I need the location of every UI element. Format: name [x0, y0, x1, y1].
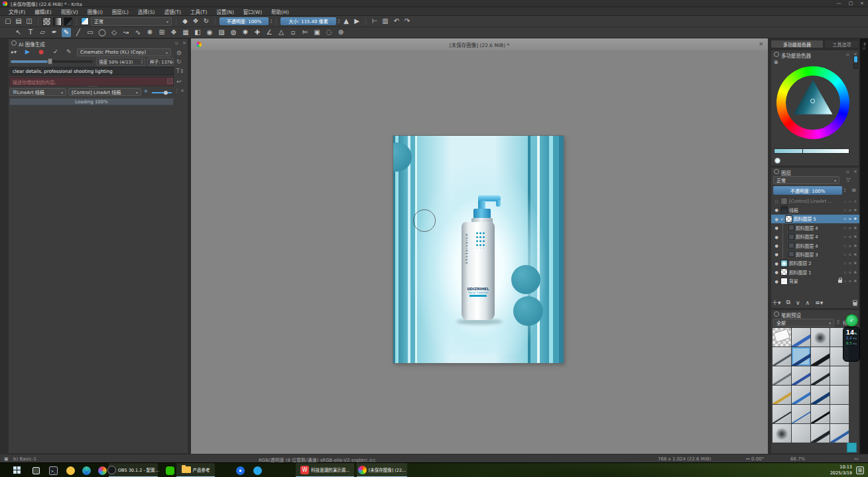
gradient-chooser[interactable]: [53, 17, 62, 26]
history-back-icon[interactable]: ↩: [176, 78, 182, 85]
strength-slider[interactable]: [11, 60, 93, 63]
visibility-on-icon[interactable]: ●: [774, 243, 779, 248]
layer-blend-mode-combo[interactable]: 正常▾: [773, 176, 839, 184]
brush-filter-combo[interactable]: 全部▾: [773, 319, 834, 327]
text-expand-icon[interactable]: T↕: [176, 68, 184, 74]
brush-preset-13[interactable]: [792, 386, 810, 404]
brush-preset-8[interactable]: [773, 366, 791, 385]
layer-properties-button[interactable]: ≡▾: [815, 299, 823, 306]
menu-item-9[interactable]: 窗口(W): [239, 8, 267, 15]
color-sampler-tool[interactable]: ◉: [205, 28, 214, 37]
layer-list-menu-icon[interactable]: ≡: [851, 187, 857, 193]
enclose-fill-tool[interactable]: ✱: [241, 28, 250, 37]
assistants-tool[interactable]: △: [277, 28, 286, 37]
pattern-tool[interactable]: ▨: [217, 28, 226, 37]
mirror-horizontal-icon[interactable]: ▲: [341, 17, 351, 26]
wechat-icon[interactable]: [162, 463, 178, 477]
visibility-off-icon[interactable]: ○: [774, 199, 779, 203]
duplicate-layer-button[interactable]: ⧉: [786, 299, 790, 306]
control-menu-icon[interactable]: ⋮: [174, 88, 179, 93]
ai-settings-gear-icon[interactable]: ⚙: [176, 50, 182, 56]
menu-item-1[interactable]: 编辑(E): [30, 8, 56, 15]
layer-row-2[interactable]: ●✓颜料图层 5▫ α ✱: [771, 215, 859, 223]
preserve-alpha-icon[interactable]: ❖: [191, 17, 200, 26]
crop-tool[interactable]: ▦: [181, 28, 190, 37]
layer-row-icons[interactable]: ▫ α ✱: [844, 199, 859, 203]
chat-app-icon[interactable]: [249, 463, 265, 477]
text-tool[interactable]: T: [26, 28, 35, 37]
brush-preset-18[interactable]: [811, 405, 830, 423]
similar-select-tool[interactable]: ▣: [312, 28, 322, 37]
close-docker-icon[interactable]: ×: [182, 40, 186, 46]
generate-button[interactable]: ▶: [25, 48, 30, 55]
network-monitor-widget[interactable]: 14% 1.2 K/s 8.5 K/s: [843, 327, 860, 362]
randomize-seed-icon[interactable]: ↻: [176, 58, 182, 65]
minimize-button[interactable]: —: [834, 1, 844, 6]
polyline-tool[interactable]: ↝: [121, 28, 131, 37]
task-view-button[interactable]: [28, 463, 44, 477]
move-layer-up-button[interactable]: ∧: [806, 299, 810, 306]
visibility-on-icon[interactable]: ●: [774, 235, 779, 239]
visibility-on-icon[interactable]: ●: [774, 261, 779, 266]
menu-item-3[interactable]: 图像(I): [83, 8, 107, 15]
layer-row-icons[interactable]: ▫ α ✱: [844, 208, 859, 212]
float-docker-icon[interactable]: ▫: [846, 52, 849, 57]
brush-preset-21[interactable]: [792, 424, 810, 443]
start-button[interactable]: [9, 463, 25, 477]
menu-item-8[interactable]: 设置(N): [212, 8, 238, 15]
smart-patch-tool[interactable]: ✚: [253, 28, 262, 37]
layer-row-icons[interactable]: ▫ α ✱: [844, 244, 859, 248]
current-color-chip[interactable]: [847, 443, 857, 452]
measure-tool[interactable]: ∠: [265, 28, 274, 37]
view-mode-icon[interactable]: ▯: [837, 319, 839, 325]
layer-row-4[interactable]: ●颜料图层 4▫ α ✱: [771, 233, 859, 241]
visibility-on-icon[interactable]: ●: [774, 225, 779, 230]
size-spinner[interactable]: ▴▾: [338, 19, 340, 24]
menu-item-0[interactable]: 文件(F): [4, 8, 30, 15]
layer-row-5[interactable]: ●颜料图层 4▫ α ✱: [771, 241, 859, 250]
bezier-curve-tool[interactable]: ∿: [133, 28, 143, 37]
layer-row-icons[interactable]: ▫ α ✱: [844, 217, 859, 221]
menu-item-10[interactable]: 帮助(H): [267, 8, 294, 15]
visibility-on-icon[interactable]: ●: [774, 270, 779, 274]
save-icon[interactable]: ◫: [25, 17, 34, 26]
contiguous-select-tool[interactable]: ◌: [324, 28, 334, 37]
visibility-on-icon[interactable]: ●: [774, 279, 779, 284]
polygon-tool[interactable]: ◇: [109, 28, 119, 37]
edge-browser-icon[interactable]: [78, 463, 94, 477]
brush-preset-4[interactable]: [773, 347, 791, 366]
blending-mode-combo[interactable]: 正常 ▾: [91, 17, 172, 26]
negative-prompt-button[interactable]: [167, 78, 173, 84]
menu-item-7[interactable]: 工具(T): [186, 8, 212, 15]
close-docker-icon[interactable]: ×: [853, 169, 857, 174]
selector-shape-icon[interactable]: ▣: [774, 60, 778, 65]
splitter-handle[interactable]: ︿︿︿: [88, 82, 97, 87]
fill-tool[interactable]: ◍: [229, 28, 238, 37]
pattern-chooser[interactable]: [42, 17, 51, 26]
layer-row-icons[interactable]: ▫ α ✱: [844, 252, 859, 256]
shield-icon[interactable]: ✓: [847, 315, 857, 325]
menu-item-4[interactable]: 图层(L): [107, 8, 133, 15]
opacity-slider[interactable]: 不透明度: 100%: [219, 17, 269, 25]
multibrush-tool[interactable]: ❋: [145, 28, 155, 37]
move-tool[interactable]: ✥: [169, 28, 178, 37]
seed-spinbox[interactable]: 种子: 137648132: [147, 58, 174, 66]
terminal-icon[interactable]: >_: [45, 463, 61, 477]
layer-row-8[interactable]: ●颜料图层 1▫ α ✱: [771, 268, 859, 276]
calligraphy-tool[interactable]: ✒: [50, 28, 59, 37]
remove-control-icon[interactable]: ×: [180, 88, 184, 93]
add-layer-button[interactable]: ＋▾: [772, 298, 781, 307]
brush-preset-22[interactable]: [811, 424, 830, 443]
rect-select-tool[interactable]: ▫: [288, 28, 298, 37]
foreground-background-colors[interactable]: [64, 17, 72, 26]
apply-result-button[interactable]: ✓: [53, 48, 58, 55]
prompt-textarea[interactable]: clear details, professional shooting lig…: [9, 67, 174, 76]
tab-tool-options[interactable]: 工具选项: [824, 40, 859, 48]
wps-window-button[interactable]: W科技浪潮的演示调...: [296, 463, 354, 477]
snap-icon[interactable]: ⊢: [370, 17, 379, 26]
layer-filter-funnel-icon[interactable]: ▽: [846, 177, 850, 183]
brush-preset-6[interactable]: [811, 347, 830, 366]
brush-preset-5[interactable]: [792, 347, 810, 366]
menu-item-2[interactable]: 视图(V): [56, 8, 83, 15]
obs-window-button[interactable]: OBS 30.1.2 - 配置...: [109, 463, 158, 477]
